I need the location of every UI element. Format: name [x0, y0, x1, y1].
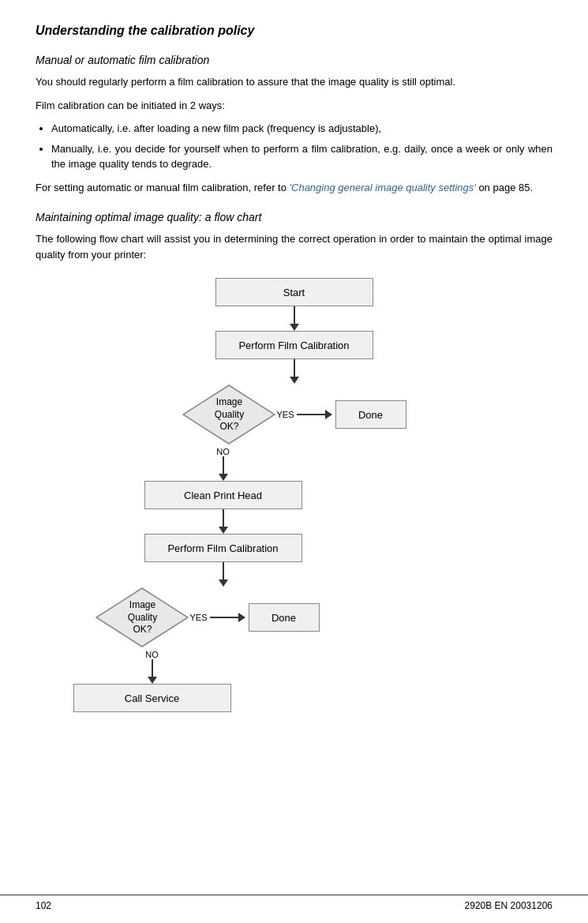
- arrow-start-to-film-cal: [290, 306, 299, 331]
- arrow-head: [219, 474, 228, 481]
- flowchart-film-cal-1-label: Perform Film Calibration: [238, 340, 349, 351]
- paragraph3: For setting automatic or manual film cal…: [36, 180, 552, 196]
- page-footer: 102 2920B EN 20031206: [0, 895, 588, 911]
- no-section-2: NO: [145, 648, 159, 684]
- arrow-head: [219, 527, 228, 534]
- no-label-1: NO: [216, 447, 230, 456]
- arrow-line: [294, 359, 295, 377]
- arrow-head: [148, 677, 157, 684]
- diamond2-label: Image Quality OK?: [118, 599, 166, 636]
- yes-arrowhead-2: [238, 613, 245, 622]
- flowchart-film-cal-2-label: Perform Film Calibration: [167, 542, 278, 554]
- flowchart-film-cal-2-box: Perform Film Calibration: [144, 534, 302, 562]
- yes-line-1: [297, 414, 325, 415]
- no-section-1: NO: [216, 445, 230, 481]
- flowchart-done-1-label: Done: [358, 409, 383, 421]
- yes-arrowhead-1: [325, 410, 332, 419]
- flowchart-clean-print-head-box: Clean Print Head: [144, 481, 302, 509]
- arrow-filmcal1-to-diamond1: [290, 359, 299, 384]
- arrow-line: [152, 659, 153, 677]
- paragraph3-prefix: For setting automatic or manual film cal…: [36, 182, 290, 193]
- arrow-clean-to-filmcal2: [219, 509, 228, 534]
- flowchart-call-service-box: Call Service: [73, 684, 231, 712]
- bullet-item-1: Automatically, i.e. after loading a new …: [51, 121, 552, 137]
- page-content: Understanding the calibration policy Man…: [0, 0, 588, 767]
- section2-title: Maintaining optimal image quality: a flo…: [36, 211, 552, 223]
- no-label-row-1: NO: [216, 447, 230, 456]
- bullet-list: Automatically, i.e. after loading a new …: [51, 121, 552, 172]
- paragraph3-suffix: on page 85.: [476, 182, 533, 193]
- flowchart-done-2-label: Done: [272, 612, 296, 624]
- arrow-line: [223, 509, 224, 527]
- page-title: Understanding the calibration policy: [36, 24, 552, 38]
- arrow-head: [290, 377, 299, 384]
- flowchart: Start Perform Film Calibration: [36, 278, 552, 712]
- flowchart-done-1-box: Done: [335, 400, 406, 429]
- arrow-diamond2-to-callservice: [148, 659, 157, 684]
- bullet-item-2: Manually, i.e. you decide for yourself w…: [51, 141, 552, 172]
- arrow-filmcal2-to-diamond2: [219, 562, 228, 587]
- yes-label-1: YES: [276, 410, 294, 419]
- paragraph2: Film calibration can be initiated in 2 w…: [36, 98, 552, 114]
- diamond1-label: Image Quality OK?: [205, 396, 253, 433]
- footer-doc-number: 2920B EN 20031206: [465, 900, 552, 911]
- flowchart-call-service-label: Call Service: [125, 692, 179, 704]
- flowchart-diamond1: Image Quality OK?: [182, 384, 276, 445]
- flowchart-film-cal-1-box: Perform Film Calibration: [215, 331, 373, 359]
- arrow-line: [294, 306, 295, 324]
- no-label-row-2: NO: [145, 650, 159, 659]
- arrow-line: [223, 456, 224, 474]
- arrow-diamond1-to-clean: [219, 456, 228, 481]
- yes-arrow-done-1: YES Done: [276, 400, 406, 429]
- flowchart-done-2-box: Done: [249, 603, 320, 632]
- arrow-head: [290, 324, 299, 331]
- no-label-2: NO: [145, 650, 159, 659]
- section1-title: Manual or automatic film calibration: [36, 54, 552, 66]
- paragraph1: You should regularly perform a film cali…: [36, 74, 552, 90]
- yes-label-2: YES: [189, 613, 207, 622]
- flowchart-start-label: Start: [283, 287, 305, 298]
- flowchart-diamond2: Image Quality OK?: [95, 587, 189, 648]
- paragraph3-link[interactable]: 'Changing general image quality settings…: [290, 182, 476, 193]
- paragraph4: The following flow chart will assist you…: [36, 231, 552, 262]
- flowchart-clean-print-head-label: Clean Print Head: [184, 490, 262, 501]
- yes-arrow-done-2: YES Done: [189, 603, 319, 632]
- arrow-head: [219, 580, 228, 587]
- flowchart-start-box: Start: [215, 278, 373, 306]
- footer-page-number: 102: [36, 900, 51, 911]
- arrow-line: [223, 562, 224, 580]
- yes-line-2: [210, 617, 238, 618]
